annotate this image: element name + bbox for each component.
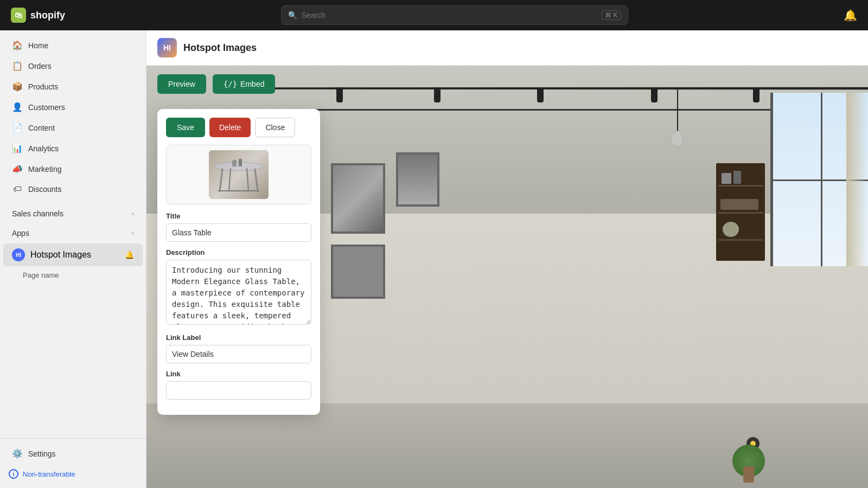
- app-header-icon: HI: [157, 38, 177, 57]
- sidebar-item-discounts-label: Discounts: [28, 185, 61, 194]
- search-shortcut: ⌘ K: [602, 10, 621, 20]
- sidebar-item-settings[interactable]: ⚙️ Settings: [3, 444, 143, 464]
- analytics-icon: 📊: [12, 143, 23, 153]
- shopify-wordmark: shopify: [30, 10, 65, 21]
- sidebar: 🏠 Home 📋 Orders 📦 Products 👤 Customers 📄…: [0, 30, 146, 488]
- title-label: Title: [166, 212, 311, 220]
- svg-line-3: [229, 169, 231, 191]
- sidebar-item-home[interactable]: 🏠 Home: [3, 35, 143, 55]
- shopify-bag-icon: 🛍: [11, 8, 26, 23]
- room-floor: [146, 403, 868, 488]
- title-input[interactable]: [166, 223, 311, 242]
- embed-button[interactable]: {/} Embed: [213, 74, 276, 94]
- sales-channels-chevron-icon: ›: [132, 210, 134, 217]
- save-button[interactable]: Save: [166, 118, 205, 137]
- settings-icon: ⚙️: [12, 448, 23, 459]
- sidebar-item-orders[interactable]: 📋 Orders: [3, 56, 143, 76]
- search-input[interactable]: [302, 11, 598, 20]
- pendant-globe: [671, 131, 684, 147]
- artwork-frame-3: [331, 245, 385, 299]
- sidebar-item-hotspot-images[interactable]: HI Hotspot Images 🔔: [3, 243, 143, 266]
- sidebar-item-marketing[interactable]: 📣 Marketing: [3, 159, 143, 179]
- floating-edit-panel: Save Delete Close: [157, 109, 320, 415]
- shopify-logo[interactable]: 🛍 shopify: [11, 8, 65, 23]
- link-label: Link: [166, 370, 311, 378]
- shelf-unit: [716, 163, 765, 261]
- preview-label: Preview: [168, 80, 195, 88]
- orders-icon: 📋: [12, 61, 23, 71]
- link-section: Link: [166, 370, 311, 406]
- notifications-bell-icon[interactable]: 🔔: [844, 9, 857, 22]
- sidebar-item-content[interactable]: 📄 Content: [3, 118, 143, 138]
- customers-icon: 👤: [12, 102, 23, 112]
- search-area: 🔍 ⌘ K: [65, 5, 844, 25]
- link-input[interactable]: [166, 381, 311, 400]
- plant-pot: [743, 466, 754, 483]
- table-svg: [212, 156, 266, 194]
- non-transferable-label: Non-transferable: [23, 470, 75, 478]
- curtain-left: [846, 93, 868, 266]
- sidebar-item-discounts[interactable]: 🏷 Discounts: [3, 179, 143, 199]
- product-image-inner: [209, 150, 269, 199]
- product-image-area[interactable]: [166, 145, 311, 204]
- description-section: Description Introducing our stunning Mod…: [166, 248, 311, 333]
- artwork-frame-1: [331, 163, 385, 234]
- sidebar-item-page-name[interactable]: Page name: [3, 267, 143, 283]
- link-label-input[interactable]: [166, 345, 311, 363]
- marketing-icon: 📣: [12, 164, 23, 174]
- svg-line-4: [247, 169, 248, 191]
- svg-line-2: [255, 169, 258, 191]
- sidebar-item-products[interactable]: 📦 Products: [3, 76, 143, 97]
- sidebar-item-customers[interactable]: 👤 Customers: [3, 97, 143, 117]
- sidebar-item-products-label: Products: [28, 82, 58, 91]
- non-transferable-icon: i: [9, 469, 18, 479]
- apps-section[interactable]: Apps ›: [3, 224, 143, 242]
- hotspot-icon-text: HI: [16, 252, 21, 258]
- app-icon-text: HI: [163, 43, 171, 52]
- main-layout: 🏠 Home 📋 Orders 📦 Products 👤 Customers 📄…: [0, 30, 868, 488]
- hotspot-bell-icon[interactable]: 🔔: [125, 251, 134, 259]
- sidebar-item-analytics-label: Analytics: [28, 144, 59, 153]
- description-textarea[interactable]: Introducing our stunning Modern Elegance…: [166, 260, 311, 325]
- app-header-title: Hotspot Images: [183, 42, 257, 54]
- top-navigation: 🛍 shopify 🔍 ⌘ K 🔔: [0, 0, 868, 30]
- toolbar-overlay: Preview {/} Embed: [146, 66, 868, 102]
- page-name-label: Page name: [23, 271, 59, 279]
- svg-rect-6: [232, 160, 237, 166]
- sidebar-item-content-label: Content: [28, 124, 55, 132]
- apps-label: Apps: [12, 229, 29, 237]
- embed-label: Embed: [240, 80, 264, 88]
- home-icon: 🏠: [12, 40, 23, 50]
- sidebar-item-orders-label: Orders: [28, 62, 52, 70]
- close-button[interactable]: Close: [255, 118, 295, 137]
- app-header: HI Hotspot Images: [146, 30, 868, 66]
- preview-button[interactable]: Preview: [157, 74, 206, 94]
- apps-chevron-icon: ›: [132, 229, 134, 237]
- embed-icon: {/}: [224, 80, 237, 88]
- search-bar[interactable]: 🔍 ⌘ K: [281, 5, 628, 25]
- content-body: Preview {/} Embed Save Delete Close: [146, 66, 868, 488]
- settings-label: Settings: [28, 450, 56, 458]
- svg-rect-7: [239, 159, 242, 166]
- delete-button[interactable]: Delete: [209, 118, 251, 137]
- panel-button-row: Save Delete Close: [166, 118, 311, 137]
- sidebar-bottom: ⚙️ Settings i Non-transferable: [0, 438, 146, 488]
- hotspot-item-left: HI Hotspot Images: [12, 248, 91, 261]
- sales-channels-section[interactable]: Sales channels ›: [3, 204, 143, 223]
- hotspot-images-label: Hotspot Images: [30, 250, 91, 260]
- sidebar-item-marketing-label: Marketing: [28, 165, 61, 174]
- sidebar-item-customers-label: Customers: [28, 103, 65, 112]
- hotspot-app-icon: HI: [12, 248, 25, 261]
- link-label-label: Link Label: [166, 333, 311, 342]
- description-label: Description: [166, 248, 311, 256]
- non-transferable-item[interactable]: i Non-transferable: [0, 464, 146, 484]
- content-area: HI Hotspot Images: [146, 30, 868, 488]
- search-icon: 🔍: [288, 11, 297, 20]
- svg-line-1: [220, 169, 222, 191]
- artwork-frame-2: [396, 152, 439, 207]
- title-section: Title: [166, 212, 311, 248]
- sidebar-item-analytics[interactable]: 📊 Analytics: [3, 138, 143, 158]
- sales-channels-label: Sales channels: [12, 209, 63, 218]
- products-icon: 📦: [12, 81, 23, 92]
- discounts-icon: 🏷: [12, 184, 23, 194]
